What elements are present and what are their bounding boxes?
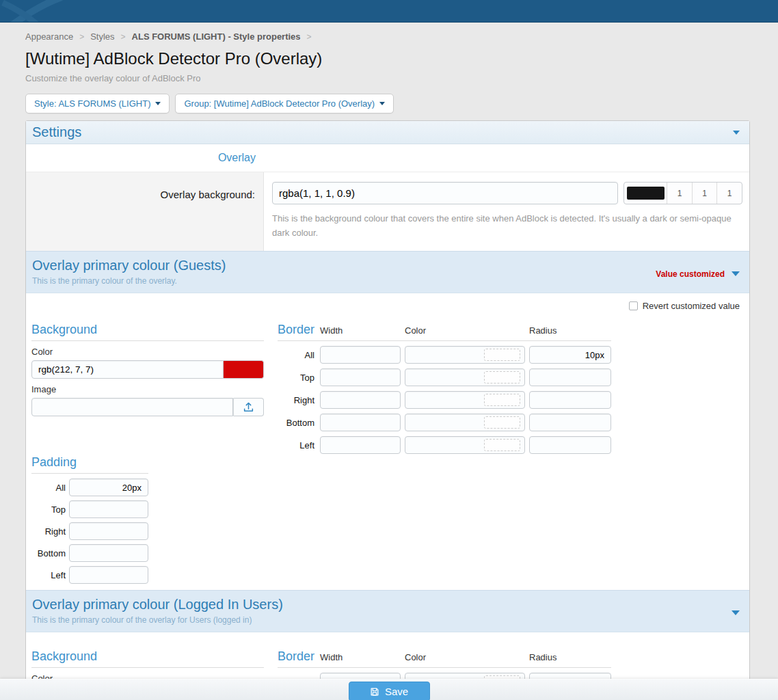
collapse-arrow-icon[interactable] — [733, 131, 740, 135]
chevron-down-icon — [379, 102, 385, 105]
breadcrumb-separator: > — [121, 32, 126, 42]
revert-checkbox[interactable] — [629, 301, 638, 310]
border-width-input[interactable] — [320, 414, 401, 431]
border-color-input[interactable] — [405, 346, 525, 364]
breadcrumb: Appearance > Styles > ALS FORUMS (LIGHT)… — [25, 31, 750, 42]
guests-section-title: Overlay primary colour (Guests) — [32, 258, 226, 273]
padding-left-input[interactable] — [69, 566, 148, 584]
guests-section-header[interactable]: Overlay primary colour (Guests) This is … — [26, 251, 749, 293]
border-row: Right — [278, 391, 611, 409]
border-radius-input[interactable] — [529, 414, 611, 431]
border-radius-input[interactable] — [529, 368, 611, 386]
group-selector-label: Group: [Wutime] AdBlock Detector Pro (Ov… — [184, 98, 375, 109]
overlay-color-swatch[interactable] — [627, 187, 665, 200]
guests-background-image-input[interactable] — [31, 398, 233, 416]
users-section-title: Overlay primary colour (Logged In Users) — [32, 597, 283, 612]
overlay-background-row: Overlay background: 1 1 1 This is the ba… — [26, 172, 749, 251]
border-color-swatch-placeholder[interactable] — [484, 349, 520, 361]
padding-row: Right — [31, 522, 148, 540]
page-subtitle: Customize the overlay colour of AdBlock … — [25, 73, 750, 83]
border-color-swatch-placeholder[interactable] — [484, 371, 520, 383]
border-radius-input[interactable] — [529, 436, 611, 454]
users-section-header[interactable]: Overlay primary colour (Logged In Users)… — [26, 590, 749, 632]
border-color-input[interactable] — [405, 368, 525, 386]
overlay-color-channel-g[interactable]: 1 — [692, 183, 717, 204]
selector-row: Style: ALS FORUMS (LIGHT) Group: [Wutime… — [25, 94, 750, 113]
settings-title: Settings — [32, 124, 81, 140]
users-section-subtitle: This is the primary colour of the overla… — [32, 615, 283, 625]
border-radius-input[interactable] — [529, 346, 611, 364]
border-col-color: Color — [405, 652, 525, 662]
padding-right-input[interactable] — [69, 522, 148, 540]
border-col-width: Width — [320, 652, 401, 662]
breadcrumb-styles[interactable]: Styles — [90, 31, 114, 42]
upload-icon — [243, 401, 254, 413]
border-block-title: Border — [278, 323, 316, 337]
breadcrumb-appearance[interactable]: Appearance — [25, 31, 73, 42]
padding-row: All — [31, 479, 148, 496]
padding-row-label: Left — [31, 570, 66, 580]
overlay-group-row: Overlay — [26, 144, 749, 172]
border-color-swatch-placeholder[interactable] — [484, 439, 520, 451]
border-width-input[interactable] — [320, 346, 401, 364]
style-properties-panel: Settings Overlay Overlay background: 1 1 — [25, 120, 750, 700]
padding-row: Bottom — [31, 544, 148, 562]
border-row: Top — [278, 368, 611, 386]
border-color-input[interactable] — [405, 436, 525, 454]
border-color-swatch-placeholder[interactable] — [484, 416, 520, 429]
style-selector-button[interactable]: Style: ALS FORUMS (LIGHT) — [25, 94, 170, 113]
border-row: Bottom — [278, 414, 611, 431]
guests-section-subtitle: This is the primary colour of the overla… — [32, 276, 226, 286]
guests-background-color-swatch[interactable] — [224, 360, 264, 379]
overlay-color-swatch-cell[interactable] — [624, 183, 667, 204]
border-radius-input[interactable] — [529, 391, 611, 409]
admin-header-bar — [0, 0, 778, 23]
border-color-input[interactable] — [405, 414, 525, 431]
border-row-label: Right — [278, 395, 316, 405]
overlay-background-control: 1 1 1 This is the background colour that… — [264, 172, 749, 251]
breadcrumb-style-properties[interactable]: ALS FORUMS (LIGHT) - Style properties — [132, 31, 301, 42]
overlay-background-label: Overlay background: — [26, 172, 264, 251]
padding-all-input[interactable] — [69, 479, 148, 496]
background-image-label: Image — [31, 384, 264, 394]
guests-padding-block: Padding All Top Right — [31, 455, 148, 584]
group-selector-button[interactable]: Group: [Wutime] AdBlock Detector Pro (Ov… — [175, 94, 394, 113]
background-color-label: Color — [31, 347, 264, 357]
overlay-color-channel-r[interactable]: 1 — [667, 183, 692, 204]
overlay-background-description: This is the background colour that cover… — [272, 211, 734, 240]
border-row-label: Left — [278, 440, 316, 450]
padding-row-label: Bottom — [31, 548, 66, 558]
save-button[interactable]: Save — [349, 682, 430, 700]
overlay-color-channel-b[interactable]: 1 — [716, 183, 742, 204]
border-col-width: Width — [320, 325, 401, 336]
padding-row: Top — [31, 500, 148, 518]
save-icon — [370, 687, 379, 697]
overlay-group-heading: Overlay — [26, 152, 264, 164]
border-color-swatch-placeholder[interactable] — [484, 394, 520, 406]
padding-top-input[interactable] — [69, 500, 148, 518]
border-block-title: Border — [278, 649, 316, 664]
overlay-background-input[interactable] — [272, 182, 618, 204]
collapse-arrow-icon[interactable] — [732, 610, 740, 615]
border-color-input[interactable] — [405, 391, 525, 409]
background-block-title: Background — [31, 649, 97, 663]
padding-row: Left — [31, 566, 148, 584]
border-width-input[interactable] — [320, 368, 401, 386]
image-upload-button[interactable] — [233, 398, 264, 416]
breadcrumb-separator: > — [307, 32, 312, 42]
guests-background-color-input[interactable] — [31, 360, 224, 379]
border-width-input[interactable] — [320, 391, 401, 409]
border-row-label: Top — [278, 373, 316, 383]
padding-bottom-input[interactable] — [69, 544, 148, 562]
padding-row-label: Top — [31, 504, 66, 515]
border-width-input[interactable] — [320, 436, 401, 454]
border-row: Left — [278, 436, 611, 454]
overlay-color-group: 1 1 1 — [623, 182, 742, 204]
save-bar: Save — [0, 679, 778, 700]
border-row-label: All — [278, 350, 316, 360]
padding-row-label: All — [31, 483, 66, 493]
settings-section-header[interactable]: Settings — [26, 121, 749, 144]
collapse-arrow-icon[interactable] — [732, 271, 740, 276]
breadcrumb-separator: > — [79, 32, 84, 42]
border-col-radius: Radius — [529, 325, 611, 336]
